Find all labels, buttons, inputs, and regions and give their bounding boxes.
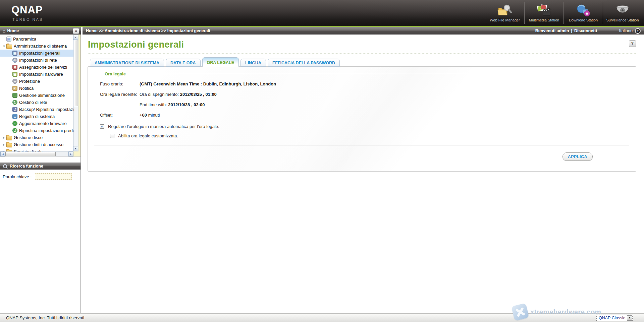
backup-restore-icon: ↺ [12,107,17,112]
checkbox-unchecked[interactable] [110,134,114,138]
tab-lingua[interactable]: LINGUA [240,59,266,67]
scroll-down-button[interactable]: ▼ [73,146,78,151]
folder-icon [6,136,12,140]
language-selector[interactable]: Italiano ▼ [619,28,641,34]
setting-row: Ora legale recente:Ora di spegnimento: 2… [100,91,629,98]
system-logs-icon: ≡ [12,114,17,119]
help-button[interactable]: ? [629,40,636,47]
tree-expander-icon[interactable]: ▸ [2,136,6,139]
tree-item-label: Gestione disco [14,135,43,140]
vertical-scroll-thumb[interactable] [74,40,78,106]
tree-vertical-scrollbar[interactable]: ▲ ▼ [73,35,78,151]
function-search-panel: Parola chiave : [0,170,80,313]
tree-item[interactable]: ↻Cestino di rete [0,99,73,106]
tree-item[interactable]: ▾Amministrazione di sistema [0,43,73,50]
sidebar-collapse-button[interactable]: « [73,28,79,34]
tree-item[interactable]: ≡Registri di sistema [0,113,73,120]
tab-efficacia-della-password[interactable]: EFFICACIA DELLA PASSWORD [268,59,340,67]
tab-data-e-ora[interactable]: DATA E ORA [166,59,200,67]
station-label: Download Station [569,18,598,22]
tree-item-label: Impostazioni di rete [19,58,57,63]
tree-item-label: Panoramica [13,37,36,42]
tree-item[interactable]: ↓Gestione alimentazione [0,92,73,99]
function-search-header: Ricerca funzione [0,163,80,170]
checkbox-label: Regolare l'orologio in maniera automatic… [108,124,219,129]
restore-defaults-icon: ↺ [12,128,17,133]
language-dropdown-icon[interactable]: ▼ [635,28,641,34]
session-separator: | [571,28,572,33]
tree-edge-strip [78,35,80,151]
tree-expander-icon[interactable]: ▸ [2,143,6,146]
multimedia-station-icon [536,3,552,17]
scroll-left-button[interactable]: ◄ [0,151,5,156]
security-lock-icon: ● [12,79,17,84]
apply-button[interactable]: APPLICA [562,152,593,161]
checkbox-checked[interactable]: ✔ [100,124,104,129]
fieldset-legend: Ora legale [103,71,128,76]
notification-icon: ✉ [12,86,17,91]
tree-item[interactable]: ▣Impostazioni hardware [0,71,73,78]
surveillance-station-shortcut[interactable]: Surveillance Station [603,2,642,24]
power-management-icon: ↓ [12,93,17,98]
title-divider [88,53,636,54]
scroll-right-button[interactable]: ► [68,151,73,156]
web-file-manager-shortcut[interactable]: Web File Manager [485,2,524,24]
tree-item-label: Gestione diritti di accesso [14,142,63,147]
fieldset-checkboxes: ✔Regolare l'orologio in maniera automati… [100,124,629,138]
tree-item-label: Impostazioni hardware [19,72,63,77]
tree-item[interactable]: ▸Gestione diritti di accesso [0,141,73,148]
tree-item-label: Amministrazione di sistema [14,44,67,49]
select-arrow-icon[interactable]: ▼ [627,315,632,321]
tree-item[interactable]: ▸Servizio di rete [0,148,73,151]
app-header: QNAP TURBO NAS Web File Manager [0,0,644,27]
horizontal-scroll-thumb[interactable] [5,152,56,156]
setting-row: Offset:+60 minuti [100,112,629,118]
tree-item[interactable]: ↺Backup/ Ripristina impostazioni [0,106,73,113]
download-station-shortcut[interactable]: Download Station [564,2,603,24]
services-assignment-icon: ✖ [12,65,17,70]
tree-item[interactable]: ◎Impostazioni di rete [0,57,73,64]
scroll-up-button[interactable]: ▲ [73,35,78,40]
multimedia-station-shortcut[interactable]: Multimedia Station [524,2,564,24]
language-label: Italiano [619,28,633,33]
tree-horizontal-scrollbar[interactable]: ◄ ► [0,151,73,156]
tree-item[interactable]: ✖Assegnazione dei servizi [0,64,73,71]
tree-item-label: Backup/ Ripristina impostazioni [19,107,73,112]
qnap-logo-subtitle: TURBO NAS [12,17,43,21]
tree-item[interactable]: ↺Ripristina impostazioni predefinite [0,127,73,134]
nav-tree-panel: ▤Panoramica▾Amministrazione di sistema▦I… [0,35,80,157]
keyword-input[interactable] [35,173,72,180]
welcome-text: Benvenuti admin [535,28,569,33]
main-content: Impostazioni generali ? AMMINISTRAZIONE … [83,35,644,313]
tree-item-label: Servizio di rete [14,149,43,151]
page-title: Impostazioni generali [88,40,184,50]
settings-panel: Ora legale Fuso orario:(GMT) Greenwich M… [88,66,636,172]
theme-select[interactable]: QNAP Classic ▼ [596,315,633,321]
tree-item-label: Gestione alimentazione [19,93,65,98]
hardware-settings-icon: ▣ [12,72,17,77]
tree-item[interactable]: ●Protezione [0,78,73,85]
tree-item[interactable]: ▦Impostazioni generali [0,50,73,57]
function-search-title: Ricerca funzione [10,164,43,169]
setting-value: (GMT) Greenwich Mean Time : Dublin, Edin… [140,81,276,87]
keyword-label: Parola chiave : [3,174,32,179]
tree-item[interactable]: ▸Gestione disco [0,134,73,141]
tree-expander-icon[interactable]: ▾ [2,44,6,48]
setting-row: End time with: 2012/10/28 , 02:00 [100,102,629,108]
station-shortcuts: Web File Manager Multimedia Station [485,2,642,24]
tab-ora-legale[interactable]: ORA LEGALE [202,57,239,67]
checkbox-label: Abilita ora legale customizzata. [118,133,178,138]
tab-amministrazione-di-sistema[interactable]: AMMINISTRAZIONE DI SISTEMA [90,59,164,67]
folder-icon [6,143,12,147]
nav-tree: ▤Panoramica▾Amministrazione di sistema▦I… [0,35,73,151]
download-station-icon [576,3,591,17]
tree-item[interactable]: ✉Notifica [0,85,73,92]
settings-tabs: AMMINISTRAZIONE DI SISTEMADATA E ORAORA … [90,57,636,67]
tree-item[interactable]: ▤Panoramica [0,36,73,43]
copyright-text: QNAP Systems, Inc. Tutti i diritti riser… [6,314,84,322]
logout-link[interactable]: Disconnetti [574,28,597,33]
theme-select-value: QNAP Classic [599,316,625,320]
search-icon [3,164,7,168]
tree-item[interactable]: ↑Aggiornamento firmware [0,120,73,127]
setting-label: Ora legale recente: [100,91,140,98]
